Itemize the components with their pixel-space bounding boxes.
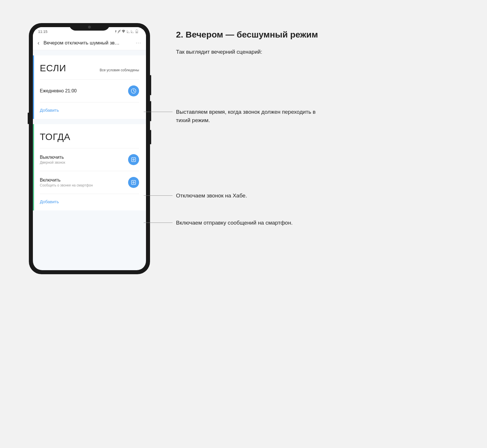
connector-line: [144, 195, 173, 196]
phone-screen: 11:15: [33, 27, 146, 270]
if-title: ЕСЛИ: [40, 63, 66, 74]
wifi-icon: [122, 30, 125, 33]
phone-frame: 11:15: [29, 23, 150, 274]
phone-side-button: [150, 130, 151, 144]
action-subtitle: Дверной звонок: [40, 160, 128, 165]
svg-rect-2: [136, 31, 138, 33]
if-card: ЕСЛИ Все условия соблюдены Ежедневно 21:…: [33, 55, 146, 119]
phone-camera: [88, 26, 91, 29]
annotation-callout: Включаем отправку сообщений на смартфон.: [176, 219, 306, 227]
bluetooth-icon: [115, 30, 117, 33]
connector-line: [144, 223, 173, 223]
back-icon[interactable]: ‹: [38, 40, 40, 46]
add-condition-button[interactable]: Добавить: [33, 102, 146, 119]
phone-side-button: [150, 75, 151, 95]
action-row[interactable]: Выключить Дверной звонок: [33, 148, 146, 171]
add-action-button[interactable]: Добавить: [33, 194, 146, 210]
svg-point-5: [133, 159, 134, 160]
if-subtitle: Все условия соблюдены: [100, 68, 139, 72]
status-icons: [115, 29, 141, 33]
svg-rect-4: [132, 158, 136, 162]
card-accent: [33, 124, 34, 210]
svg-rect-6: [132, 180, 136, 184]
more-icon[interactable]: ···: [136, 40, 141, 46]
action-subtitle: Сообщить о звонке на смартфон: [40, 183, 128, 187]
device-icon: [128, 154, 139, 165]
svg-point-7: [133, 182, 134, 183]
then-card: ТОГДА Выключить Дверной звонок Включить: [33, 124, 146, 210]
annotations-panel: 2. Вечером — бесшумный режим Так выгляди…: [176, 23, 458, 274]
connector-line: [144, 112, 173, 112]
clock-icon: [128, 85, 139, 96]
device-icon: [128, 177, 139, 188]
schedule-label: Ежедневно 21:00: [40, 88, 128, 94]
annotation-callout: Отключаем звонок на Хабе.: [176, 192, 247, 200]
annotation-heading: 2. Вечером — бесшумный режим: [176, 29, 458, 40]
action-title: Включить: [40, 178, 128, 183]
phone-side-button: [150, 101, 151, 121]
action-row[interactable]: Включить Сообщить о звонке на смартфон: [33, 171, 146, 194]
svg-rect-1: [136, 29, 137, 30]
card-accent: [33, 55, 34, 119]
status-time: 11:15: [38, 29, 48, 34]
annotation-callout: Выставляем время, когда звонок должен пе…: [176, 108, 320, 124]
annotation-intro: Так выглядит вечерний сценарий:: [176, 49, 458, 55]
app-bar: ‹ Вечером отключить шумный зв… ···: [33, 36, 146, 50]
phone-side-button: [28, 113, 29, 124]
then-title: ТОГДА: [40, 132, 70, 142]
page-title: Вечером отключить шумный зв…: [44, 40, 132, 46]
action-title: Выключить: [40, 155, 128, 160]
schedule-row[interactable]: Ежедневно 21:00: [33, 80, 146, 102]
